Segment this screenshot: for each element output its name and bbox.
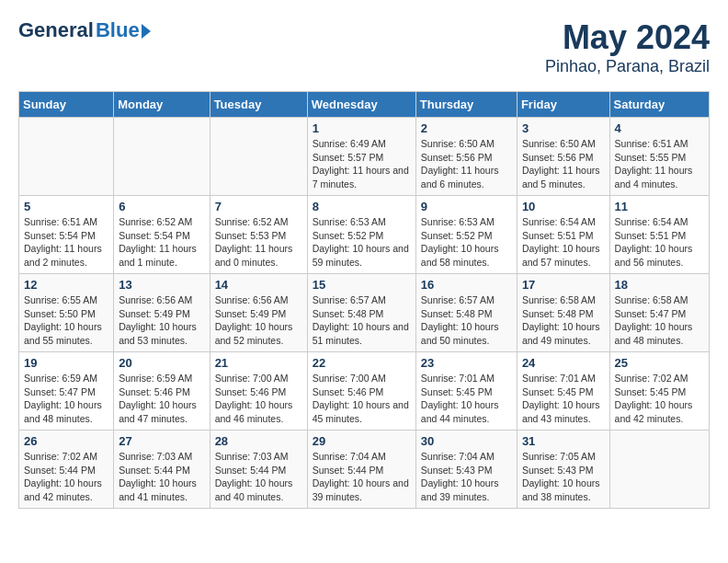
- cell-text: Sunrise: 7:01 AM: [421, 372, 512, 385]
- cell-text: Sunset: 5:44 PM: [313, 464, 411, 477]
- calendar-cell: 22Sunrise: 7:00 AMSunset: 5:46 PMDayligh…: [307, 352, 415, 431]
- cell-text: Sunset: 5:45 PM: [421, 385, 512, 399]
- cell-text: Sunset: 5:53 PM: [215, 229, 302, 243]
- cell-text: Sunrise: 7:03 AM: [119, 450, 204, 464]
- cell-text: Sunrise: 6:51 AM: [24, 215, 108, 229]
- cell-text: Sunset: 5:57 PM: [313, 151, 411, 165]
- day-number: 1: [313, 121, 411, 135]
- calendar-table: SundayMondayTuesdayWednesdayThursdayFrid…: [18, 91, 710, 509]
- cell-text: Sunset: 5:50 PM: [24, 307, 108, 321]
- cell-text: Daylight: 10 hours and 39 minutes.: [313, 477, 411, 503]
- calendar-cell: 18Sunrise: 6:58 AMSunset: 5:47 PMDayligh…: [609, 274, 709, 352]
- cell-text: Daylight: 10 hours and 41 minutes.: [119, 477, 204, 503]
- calendar-cell: [609, 431, 709, 509]
- calendar-cell: 4Sunrise: 6:51 AMSunset: 5:55 PMDaylight…: [609, 118, 709, 196]
- calendar-cell: 21Sunrise: 7:00 AMSunset: 5:46 PMDayligh…: [210, 352, 307, 431]
- day-number: 13: [119, 278, 204, 292]
- cell-text: Sunrise: 6:52 AM: [215, 215, 302, 229]
- cell-text: Sunset: 5:49 PM: [119, 307, 204, 321]
- cell-text: Sunrise: 6:51 AM: [615, 137, 704, 151]
- week-row-2: 5Sunrise: 6:51 AMSunset: 5:54 PMDaylight…: [19, 196, 710, 274]
- day-number: 28: [215, 434, 302, 448]
- calendar-cell: 20Sunrise: 6:59 AMSunset: 5:46 PMDayligh…: [114, 352, 210, 431]
- cell-text: Sunset: 5:44 PM: [215, 464, 302, 477]
- header-day-wednesday: Wednesday: [307, 92, 415, 118]
- cell-text: Sunrise: 6:58 AM: [522, 293, 605, 307]
- cell-text: Sunrise: 6:59 AM: [119, 372, 204, 385]
- logo-blue: Blue: [96, 18, 140, 42]
- cell-text: Daylight: 10 hours and 38 minutes.: [522, 477, 605, 503]
- day-number: 12: [24, 278, 108, 292]
- header-day-friday: Friday: [517, 92, 609, 118]
- header-row: SundayMondayTuesdayWednesdayThursdayFrid…: [19, 92, 710, 118]
- day-number: 20: [119, 356, 204, 370]
- cell-text: Daylight: 10 hours and 59 minutes.: [313, 242, 411, 269]
- calendar-cell: 11Sunrise: 6:54 AMSunset: 5:51 PMDayligh…: [609, 196, 709, 274]
- day-number: 22: [313, 356, 411, 370]
- calendar-cell: 9Sunrise: 6:53 AMSunset: 5:52 PMDaylight…: [415, 196, 517, 274]
- cell-text: Sunrise: 7:02 AM: [615, 372, 704, 385]
- cell-text: Daylight: 10 hours and 48 minutes.: [615, 320, 704, 347]
- cell-text: Sunset: 5:45 PM: [522, 385, 605, 399]
- day-number: 4: [615, 121, 704, 135]
- cell-text: Daylight: 11 hours and 0 minutes.: [215, 242, 302, 269]
- calendar-cell: [210, 118, 307, 196]
- cell-text: Daylight: 10 hours and 56 minutes.: [615, 242, 704, 269]
- cell-text: Sunset: 5:48 PM: [421, 307, 512, 321]
- logo-general: General: [18, 18, 94, 42]
- cell-text: Sunrise: 6:57 AM: [421, 293, 512, 307]
- calendar-cell: 3Sunrise: 6:50 AMSunset: 5:56 PMDaylight…: [517, 118, 609, 196]
- title-block: May 2024 Pinhao, Parana, Brazil: [545, 18, 710, 76]
- week-row-4: 19Sunrise: 6:59 AMSunset: 5:47 PMDayligh…: [19, 352, 710, 431]
- calendar-cell: 16Sunrise: 6:57 AMSunset: 5:48 PMDayligh…: [415, 274, 517, 352]
- cell-text: Sunset: 5:55 PM: [615, 151, 704, 165]
- day-number: 30: [421, 434, 512, 448]
- cell-text: Sunset: 5:56 PM: [421, 151, 512, 165]
- day-number: 25: [615, 356, 704, 370]
- calendar-cell: 24Sunrise: 7:01 AMSunset: 5:45 PMDayligh…: [517, 352, 609, 431]
- calendar-cell: 13Sunrise: 6:56 AMSunset: 5:49 PMDayligh…: [114, 274, 210, 352]
- cell-text: Sunrise: 7:00 AM: [313, 372, 411, 385]
- cell-text: Sunrise: 6:53 AM: [421, 215, 512, 229]
- cell-text: Daylight: 10 hours and 46 minutes.: [215, 398, 302, 425]
- day-number: 10: [522, 200, 605, 213]
- cell-text: Sunrise: 7:04 AM: [313, 450, 411, 464]
- cell-text: Sunrise: 7:04 AM: [421, 450, 512, 464]
- calendar-cell: 31Sunrise: 7:05 AMSunset: 5:43 PMDayligh…: [517, 431, 609, 509]
- cell-text: Daylight: 11 hours and 7 minutes.: [313, 164, 411, 190]
- cell-text: Sunset: 5:52 PM: [313, 229, 411, 243]
- calendar-cell: 29Sunrise: 7:04 AMSunset: 5:44 PMDayligh…: [307, 431, 415, 509]
- cell-text: Daylight: 10 hours and 40 minutes.: [215, 477, 302, 503]
- cell-text: Sunrise: 6:54 AM: [522, 215, 605, 229]
- cell-text: Sunset: 5:48 PM: [522, 307, 605, 321]
- day-number: 8: [313, 200, 411, 213]
- cell-text: Sunset: 5:43 PM: [522, 464, 605, 477]
- cell-text: Daylight: 10 hours and 42 minutes.: [24, 477, 108, 503]
- cell-text: Daylight: 10 hours and 52 minutes.: [215, 320, 302, 347]
- cell-text: Sunrise: 6:52 AM: [119, 215, 204, 229]
- header-day-saturday: Saturday: [609, 92, 709, 118]
- cell-text: Sunset: 5:54 PM: [24, 229, 108, 243]
- day-number: 21: [215, 356, 302, 370]
- cell-text: Sunrise: 7:01 AM: [522, 372, 605, 385]
- cell-text: Daylight: 11 hours and 1 minute.: [119, 242, 204, 269]
- calendar-cell: 25Sunrise: 7:02 AMSunset: 5:45 PMDayligh…: [609, 352, 709, 431]
- calendar-cell: 17Sunrise: 6:58 AMSunset: 5:48 PMDayligh…: [517, 274, 609, 352]
- day-number: 26: [24, 434, 108, 448]
- cell-text: Sunrise: 6:58 AM: [615, 293, 704, 307]
- cell-text: Sunset: 5:51 PM: [522, 229, 605, 243]
- cell-text: Sunset: 5:47 PM: [615, 307, 704, 321]
- day-number: 14: [215, 278, 302, 292]
- cell-text: Daylight: 11 hours and 2 minutes.: [24, 242, 108, 269]
- cell-text: Daylight: 10 hours and 44 minutes.: [421, 398, 512, 425]
- cell-text: Sunset: 5:47 PM: [24, 385, 108, 399]
- calendar-cell: [114, 118, 210, 196]
- cell-text: Sunset: 5:49 PM: [215, 307, 302, 321]
- calendar-cell: 8Sunrise: 6:53 AMSunset: 5:52 PMDaylight…: [307, 196, 415, 274]
- cell-text: Sunset: 5:46 PM: [119, 385, 204, 399]
- cell-text: Sunrise: 7:00 AM: [215, 372, 302, 385]
- cell-text: Daylight: 10 hours and 53 minutes.: [119, 320, 204, 347]
- day-number: 29: [313, 434, 411, 448]
- calendar-subtitle: Pinhao, Parana, Brazil: [545, 57, 710, 76]
- day-number: 15: [313, 278, 411, 292]
